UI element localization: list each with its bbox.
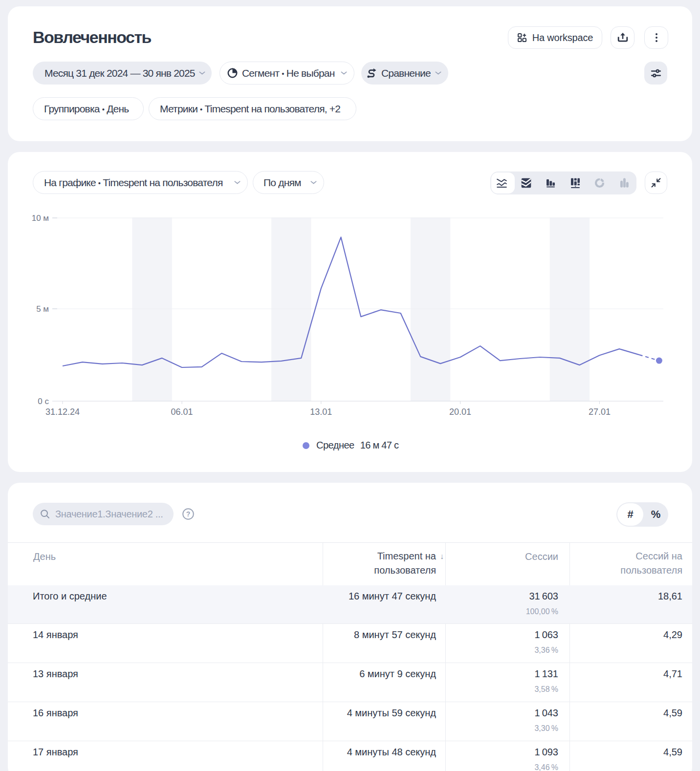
svg-text:0 с: 0 с [38, 397, 49, 406]
svg-text:06.01: 06.01 [171, 407, 193, 417]
svg-text:31.12.24: 31.12.24 [45, 407, 80, 417]
svg-text:5 м: 5 м [36, 304, 49, 314]
svg-text:20.01: 20.01 [449, 407, 471, 417]
svg-text:13.01: 13.01 [310, 407, 332, 417]
svg-text:?: ? [186, 510, 191, 518]
svg-text:27.01: 27.01 [589, 407, 611, 417]
svg-text:10 м: 10 м [32, 214, 49, 223]
